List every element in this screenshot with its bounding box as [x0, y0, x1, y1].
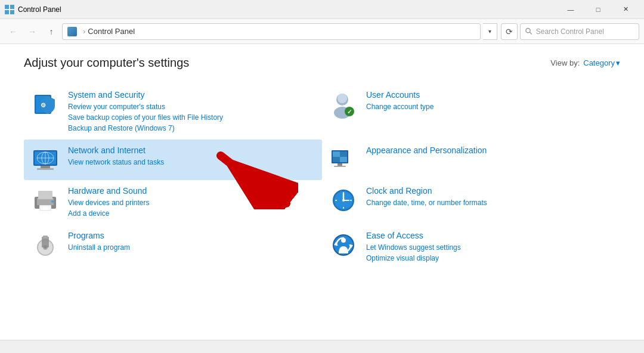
programs-text: Programs Uninstall a program [68, 231, 315, 253]
clock-region-link1[interactable]: Change date, time, or number formats [366, 197, 613, 208]
system-security-name[interactable]: System and Security [68, 90, 315, 100]
view-by-dropdown-icon: ▾ [616, 58, 620, 67]
view-by-value[interactable]: Category ▾ [583, 58, 620, 67]
back-button[interactable]: ← [5, 23, 21, 40]
main-content: Adjust your computer's settings View by:… [0, 44, 644, 340]
clock-region-text: Clock and Region Change date, time, or n… [366, 186, 613, 208]
category-clock-region[interactable]: Clock and Region Change date, time, or n… [322, 180, 620, 225]
view-by-control[interactable]: View by: Category ▾ [550, 58, 620, 67]
svg-text:✓: ✓ [347, 109, 352, 115]
system-security-link1[interactable]: Review your computer's status [68, 101, 315, 112]
network-internet-name[interactable]: Network and Internet [68, 145, 315, 155]
maximize-button[interactable]: □ [584, 0, 612, 19]
svg-rect-25 [333, 151, 340, 157]
appearance-icon [329, 145, 358, 174]
user-accounts-link1[interactable]: Change account type [366, 101, 613, 112]
svg-rect-27 [333, 157, 340, 162]
system-security-link2[interactable]: Save backup copies of your files with Fi… [68, 112, 315, 123]
ease-access-link2[interactable]: Optimize visual display [366, 253, 613, 264]
svg-rect-1 [10, 5, 14, 9]
control-panel-path-icon [67, 27, 77, 36]
clock-region-name[interactable]: Clock and Region [366, 186, 613, 196]
svg-rect-28 [340, 157, 347, 162]
hardware-sound-link1[interactable]: View devices and printers [68, 197, 315, 208]
svg-rect-51 [42, 237, 49, 247]
svg-rect-29 [338, 163, 342, 166]
system-security-icon: ⚙ [31, 90, 60, 119]
network-internet-link1[interactable]: View network status and tasks [68, 157, 315, 168]
page-title: Adjust your computer's settings [24, 56, 189, 70]
category-ease-access[interactable]: Ease of Access Let Windows suggest setti… [322, 225, 620, 270]
programs-icon [31, 231, 60, 259]
svg-point-4 [526, 29, 530, 33]
svg-rect-33 [38, 191, 52, 199]
ease-access-link1[interactable]: Let Windows suggest settings [366, 242, 613, 253]
hardware-sound-icon [31, 186, 60, 215]
categories-grid: ⚙ System and Security Review your comput… [24, 84, 620, 270]
network-internet-icon [31, 145, 60, 174]
header-row: Adjust your computer's settings View by:… [24, 56, 620, 70]
path-separator: › [83, 27, 85, 36]
category-appearance[interactable]: Appearance and Personalization [322, 140, 620, 180]
address-bar: ← → ↑ › Control Panel ▾ ⟳ [0, 19, 644, 44]
close-button[interactable]: ✕ [612, 0, 639, 19]
address-path[interactable]: › Control Panel [62, 23, 481, 40]
svg-rect-0 [5, 5, 9, 9]
svg-point-42 [342, 199, 345, 202]
view-by-label: View by: [550, 58, 580, 67]
up-button[interactable]: ↑ [43, 23, 60, 40]
appearance-text: Appearance and Personalization [366, 145, 613, 157]
hardware-sound-text: Hardware and Sound View devices and prin… [68, 186, 315, 219]
ease-access-icon [329, 231, 358, 259]
search-box[interactable] [520, 23, 639, 40]
network-internet-text: Network and Internet View network status… [68, 145, 315, 168]
app-icon [5, 5, 14, 14]
category-hardware-sound[interactable]: Hardware and Sound View devices and prin… [24, 180, 322, 225]
programs-name[interactable]: Programs [68, 231, 315, 240]
hardware-sound-name[interactable]: Hardware and Sound [68, 186, 315, 196]
user-accounts-name[interactable]: User Accounts [366, 90, 613, 100]
system-security-link3[interactable]: Backup and Restore (Windows 7) [68, 123, 315, 134]
svg-point-10 [338, 94, 347, 103]
svg-rect-30 [334, 166, 346, 167]
svg-rect-18 [37, 168, 54, 170]
category-network-internet[interactable]: Network and Internet View network status… [24, 140, 322, 180]
refresh-button[interactable]: ⟳ [501, 23, 518, 40]
svg-rect-3 [10, 10, 14, 14]
svg-rect-2 [5, 10, 9, 14]
window-controls: — □ ✕ [557, 0, 639, 19]
svg-rect-35 [41, 206, 50, 210]
svg-line-5 [530, 32, 532, 35]
system-security-text: System and Security Review your computer… [68, 90, 315, 134]
category-user-accounts[interactable]: ✓ User Accounts Change account type [322, 84, 620, 140]
user-accounts-icon: ✓ [329, 90, 358, 119]
ease-access-name[interactable]: Ease of Access [366, 231, 613, 240]
category-system-security[interactable]: ⚙ System and Security Review your comput… [24, 84, 322, 140]
category-programs[interactable]: Programs Uninstall a program [24, 225, 322, 270]
svg-text:⚙: ⚙ [41, 102, 46, 109]
user-accounts-text: User Accounts Change account type [366, 90, 613, 112]
svg-point-36 [51, 200, 54, 203]
view-by-option: Category [583, 58, 615, 67]
status-bar [0, 340, 644, 353]
window-title: Control Panel [18, 5, 557, 14]
svg-rect-26 [340, 151, 347, 157]
programs-link1[interactable]: Uninstall a program [68, 242, 315, 253]
current-path: Control Panel [88, 27, 135, 36]
minimize-button[interactable]: — [557, 0, 584, 19]
svg-rect-52 [43, 236, 48, 238]
title-bar: Control Panel — □ ✕ [0, 0, 644, 19]
clock-region-icon [329, 186, 358, 215]
hardware-sound-link2[interactable]: Add a device [68, 208, 315, 219]
appearance-name[interactable]: Appearance and Personalization [366, 145, 613, 155]
address-dropdown-button[interactable]: ▾ [483, 23, 497, 40]
search-icon [525, 27, 532, 35]
ease-access-text: Ease of Access Let Windows suggest setti… [366, 231, 613, 264]
forward-button[interactable]: → [24, 23, 41, 40]
svg-rect-17 [41, 166, 50, 168]
search-input[interactable] [536, 27, 634, 36]
